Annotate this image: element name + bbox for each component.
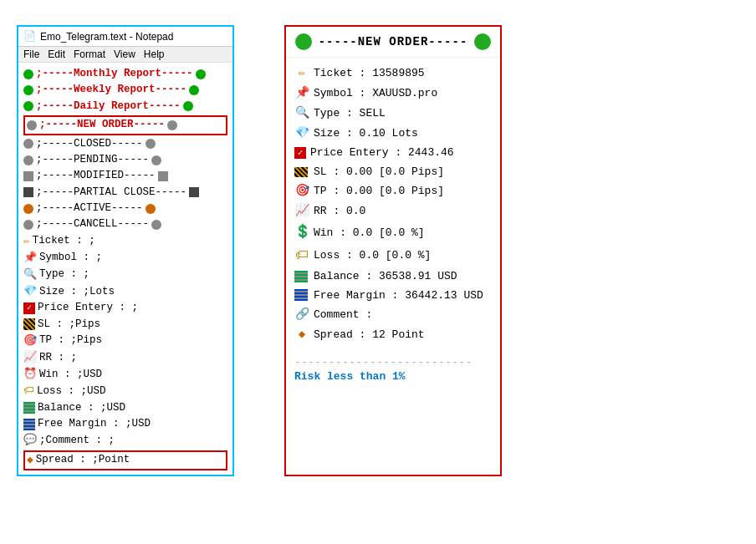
list-item: ;-----Monthly Report----- — [23, 66, 227, 82]
gray-circle-icon — [23, 139, 33, 149]
freemargin-icon — [23, 419, 35, 430]
spread-icon: ◆ — [27, 452, 33, 469]
order-size-row: 💎 Size : 0.10 Lots — [294, 124, 492, 143]
win-icon: ⏰ — [23, 366, 37, 383]
order-body: ✏ Ticket : 13589895 📌 Symbol : XAUUSD.pr… — [286, 58, 500, 350]
menu-view[interactable]: View — [114, 48, 135, 60]
gray-square-icon — [158, 171, 168, 181]
new-order-line: ;-----NEW ORDER----- — [23, 115, 227, 135]
order-rr-row: 📈 RR : 0.0 — [294, 201, 492, 221]
diamond-icon: 💎 — [23, 283, 37, 300]
gray-circle-icon — [23, 220, 33, 230]
search-icon: 🔍 — [23, 267, 37, 283]
gray-square-icon — [23, 171, 33, 181]
rr-icon: 📈 — [294, 201, 309, 221]
menu-help[interactable]: Help — [144, 48, 165, 60]
orange-circle-icon — [23, 204, 33, 214]
order-rr: RR : 0.0 — [314, 202, 365, 220]
order-tp-row: 🎯 TP : 0.00 [0.0 Pips] — [294, 181, 492, 201]
dark-square-icon — [23, 187, 33, 197]
order-balance: Balance : 36538.91 USD — [314, 267, 457, 285]
win-icon: 💲 — [294, 221, 309, 243]
list-item: Balance : ;USD — [23, 400, 227, 416]
pencil-icon: ✏ — [294, 64, 309, 83]
check-icon: ✓ — [23, 303, 35, 314]
order-header: -----NEW ORDER----- — [286, 27, 500, 58]
search-icon: 🔍 — [294, 104, 309, 123]
list-item: 💬 ;Comment : ; — [23, 432, 227, 449]
order-spread-row: ◆ Spread : 12 Point — [294, 325, 492, 344]
list-item: 🏷 Loss : ;USD — [23, 383, 227, 399]
order-loss: Loss : 0.0 [0.0 %] — [314, 247, 431, 264]
list-item: SL : ;Pips — [23, 317, 227, 333]
order-symbol: Symbol : XAUUSD.pro — [314, 84, 437, 102]
order-freemargin: Free Margin : 36442.13 USD — [314, 287, 483, 304]
order-size: Size : 0.10 Lots — [314, 125, 418, 142]
list-item: ⏰ Win : ;USD — [23, 366, 227, 383]
loss-icon: 🏷 — [294, 245, 309, 267]
notepad-content: ;-----Monthly Report----- ;-----Weekly R… — [18, 63, 232, 475]
sl-icon — [294, 167, 308, 177]
gray-circle-icon — [167, 120, 177, 130]
notepad-icon: 📄 — [23, 30, 36, 43]
list-item: 💎 Size : ;Lots — [23, 283, 227, 300]
order-ticket-row: ✏ Ticket : 13589895 — [294, 64, 492, 83]
balance-icon — [23, 402, 35, 414]
notepad-menubar: File Edit Format View Help — [18, 47, 232, 63]
orange-circle-icon — [146, 204, 156, 214]
notepad-title: Emo_Telegram.text - Notepad — [40, 31, 173, 43]
order-panel: -----NEW ORDER----- ✏ Ticket : 13589895 … — [284, 25, 502, 476]
comment-icon: 🔗 — [294, 305, 309, 324]
order-ticket: Ticket : 13589895 — [314, 64, 425, 82]
balance-icon — [294, 271, 308, 282]
main-container: 📄 Emo_Telegram.text - Notepad File Edit … — [17, 17, 739, 476]
list-item: ;-----Weekly Report----- — [23, 82, 227, 98]
diamond-icon: 💎 — [294, 124, 309, 143]
order-balance-row: Balance : 36538.91 USD — [294, 267, 492, 285]
notepad-window: 📄 Emo_Telegram.text - Notepad File Edit … — [17, 25, 234, 476]
comment-icon: 💬 — [23, 432, 37, 449]
order-header-text: -----NEW ORDER----- — [319, 35, 468, 48]
order-header-inner: -----NEW ORDER----- — [294, 33, 492, 50]
menu-file[interactable]: File — [23, 48, 39, 60]
sl-icon — [23, 318, 35, 330]
list-item: 📌 Symbol : ; — [23, 250, 227, 267]
list-item: ◆ Spread : ;Point — [23, 450, 227, 470]
target-icon: 🎯 — [294, 181, 309, 201]
green-circle-icon — [183, 101, 193, 111]
order-comment-row: 🔗 Comment : — [294, 305, 492, 324]
order-freemargin-row: Free Margin : 36442.13 USD — [294, 287, 492, 304]
gray-circle-icon — [23, 155, 33, 165]
list-item: ;-----MODIFIED----- — [23, 168, 227, 184]
gray-circle-icon — [27, 120, 37, 130]
order-divider: -------------------------- — [286, 350, 500, 370]
order-type: Type : SELL — [314, 104, 386, 122]
list-item: ;-----CLOSED----- — [23, 136, 227, 152]
target-icon: 🎯 — [23, 333, 37, 349]
order-win-row: 💲 Win : 0.0 [0.0 %] — [294, 221, 492, 243]
order-risk-text: Risk less than 1% — [286, 370, 500, 389]
menu-format[interactable]: Format — [74, 48, 105, 60]
pin-icon: 📌 — [294, 84, 309, 103]
list-item: 🎯 TP : ;Pips — [23, 333, 227, 349]
rr-icon: 📈 — [23, 349, 37, 366]
dark-square-icon — [189, 187, 199, 197]
order-win: Win : 0.0 [0.0 %] — [314, 224, 425, 241]
green-circle-icon — [23, 69, 33, 79]
list-item: ;-----PARTIAL CLOSE----- — [23, 185, 227, 201]
list-item: ;-----Daily Report----- — [23, 99, 227, 114]
list-item: Free Margin : ;USD — [23, 416, 227, 432]
order-sl-row: SL : 0.00 [0.0 Pips] — [294, 163, 492, 180]
list-item: ✏ Ticket : ; — [23, 233, 227, 250]
list-item: 📈 RR : ; — [23, 349, 227, 366]
freemargin-icon — [294, 289, 308, 301]
list-item: ;-----CANCELL----- — [23, 216, 227, 232]
green-circle-icon — [196, 69, 206, 79]
order-price-row: ✓ Price Entery : 2443.46 — [294, 144, 492, 161]
gray-circle-icon — [151, 155, 161, 165]
menu-edit[interactable]: Edit — [48, 48, 65, 60]
green-circle-left-icon — [295, 33, 312, 50]
order-loss-row: 🏷 Loss : 0.0 [0.0 %] — [294, 245, 492, 267]
green-circle-icon — [189, 85, 199, 95]
check-icon: ✓ — [294, 147, 306, 159]
